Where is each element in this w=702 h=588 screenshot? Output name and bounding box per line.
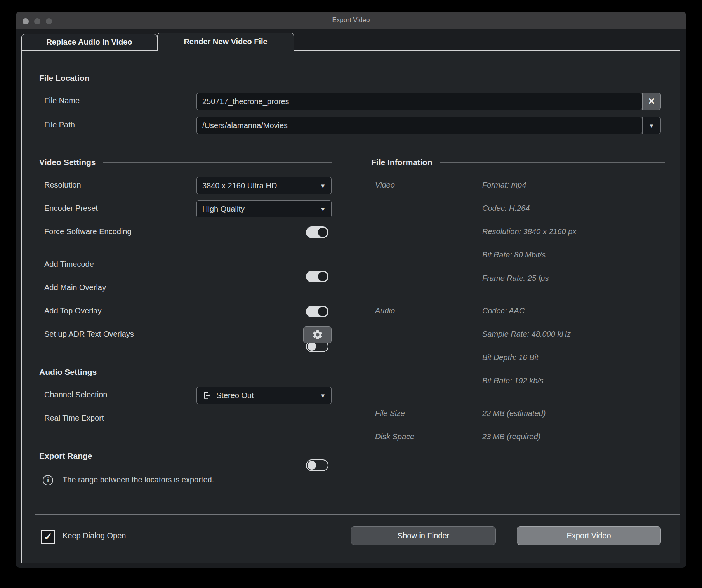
adr-text-overlays-label: Set up ADR Text Overlays [44, 330, 134, 339]
file-info-line: Codec: AAC [482, 306, 525, 315]
column-divider [351, 167, 351, 499]
file-path-dropdown-button[interactable]: ▼ [642, 117, 661, 134]
channel-selection-label: Channel Selection [44, 390, 107, 399]
section-title: Export Range [39, 451, 92, 461]
section-rule [103, 162, 332, 163]
footer-separator [35, 514, 680, 515]
tab-replace-audio-in-video[interactable]: Replace Audio in Video [21, 34, 157, 50]
gear-icon [312, 329, 323, 341]
chevron-down-icon: ▼ [649, 122, 655, 129]
export-video-button[interactable]: Export Video [517, 526, 661, 545]
encoder-preset-label: Encoder Preset [44, 204, 98, 213]
resolution-label: Resolution [44, 181, 81, 190]
screen: Export Video Replace Audio in Video Rend… [0, 0, 702, 588]
file-info-line: Codec: H.264 [482, 204, 530, 213]
chevron-down-icon: ▼ [320, 206, 326, 212]
chevron-down-icon: ▼ [320, 392, 326, 399]
tab-bar: Replace Audio in Video Render New Video … [16, 29, 686, 50]
file-path-label: File Path [44, 120, 75, 129]
file-info-line: Frame Rate: 25 fps [482, 274, 549, 283]
dropdown-value: High Quality [202, 205, 245, 214]
keep-dialog-open-label: Keep Dialog Open [63, 531, 126, 540]
tab-render-new-video-file[interactable]: Render New Video File [157, 33, 294, 51]
show-in-finder-button[interactable]: Show in Finder [351, 526, 496, 545]
adr-text-overlays-setup-button[interactable] [303, 326, 332, 343]
titlebar: Export Video [16, 12, 686, 29]
file-info-line: Bit Rate: 192 kb/s [482, 376, 544, 385]
window-title: Export Video [16, 12, 686, 29]
add-main-overlay-label: Add Main Overlay [44, 283, 106, 292]
force-software-encoding-toggle[interactable] [306, 226, 328, 238]
encoder-preset-dropdown[interactable]: High Quality ▼ [196, 200, 332, 217]
file-size-value: 22 MB (estimated) [482, 409, 546, 418]
dropdown-value: Stereo Out [216, 391, 254, 400]
add-timecode-toggle[interactable] [306, 271, 328, 282]
chevron-down-icon: ▼ [320, 183, 326, 189]
resolution-dropdown[interactable]: 3840 x 2160 Ultra HD ▼ [196, 177, 332, 194]
file-path-input[interactable] [196, 117, 642, 134]
clear-icon: × [648, 95, 655, 107]
file-name-label: File Name [44, 96, 80, 105]
section-rule [440, 162, 666, 163]
toggle-knob [318, 228, 327, 237]
file-name-input[interactable] [196, 93, 642, 110]
section-title: File Information [371, 158, 433, 167]
toggle-knob [308, 342, 316, 351]
check-icon: ✓ [44, 532, 53, 542]
add-timecode-label: Add Timecode [44, 260, 94, 269]
section-title: Audio Settings [39, 367, 97, 377]
section-rule [97, 78, 665, 78]
file-info-line: Bit Rate: 80 Mbit/s [482, 251, 546, 259]
section-rule [104, 372, 332, 372]
render-new-video-file-panel: File Location File Name × File Path ▼ Vi… [21, 50, 680, 563]
file-location-section-header: File Location [39, 73, 665, 84]
window-minimize-button[interactable] [34, 18, 40, 24]
audio-settings-section-header: Audio Settings [39, 367, 332, 378]
export-range-info-text: The range between the locators is export… [63, 475, 214, 484]
file-info-line: Sample Rate: 48.000 kHz [482, 330, 571, 339]
keep-dialog-open-checkbox[interactable]: ✓ [41, 530, 55, 544]
export-video-dialog: Export Video Replace Audio in Video Rend… [16, 12, 686, 568]
file-info-line: Format: mp4 [482, 181, 526, 190]
file-info-line: Resolution: 3840 x 2160 px [482, 227, 576, 236]
file-info-video-label: Video [375, 181, 395, 190]
disk-space-value: 23 MB (required) [482, 432, 540, 441]
info-icon: i [43, 475, 53, 485]
disk-space-label: Disk Space [375, 432, 414, 441]
toggle-knob [308, 461, 316, 470]
add-main-overlay-toggle[interactable] [306, 306, 328, 317]
window-zoom-button[interactable] [46, 18, 52, 24]
add-top-overlay-label: Add Top Overlay [44, 306, 102, 315]
real-time-export-label: Real Time Export [44, 414, 104, 423]
output-bus-icon [202, 391, 212, 400]
window-close-button[interactable] [23, 18, 29, 24]
file-size-label: File Size [375, 409, 405, 418]
dialog-body: Replace Audio in Video Render New Video … [16, 29, 686, 568]
clear-file-name-button[interactable]: × [642, 93, 661, 110]
export-range-section-header: Export Range [39, 451, 332, 461]
dropdown-value: 3840 x 2160 Ultra HD [202, 181, 277, 190]
video-settings-section-header: Video Settings [39, 157, 332, 168]
file-information-section-header: File Information [371, 157, 665, 168]
force-software-encoding-label: Force Software Encoding [44, 227, 132, 236]
section-rule [99, 456, 332, 456]
toggle-knob [318, 272, 327, 281]
channel-selection-dropdown[interactable]: Stereo Out ▼ [196, 387, 332, 404]
section-title: File Location [39, 73, 90, 83]
toggle-knob [318, 307, 327, 316]
file-info-line: Bit Depth: 16 Bit [482, 353, 539, 362]
section-title: Video Settings [39, 158, 96, 167]
file-info-audio-label: Audio [375, 306, 395, 315]
